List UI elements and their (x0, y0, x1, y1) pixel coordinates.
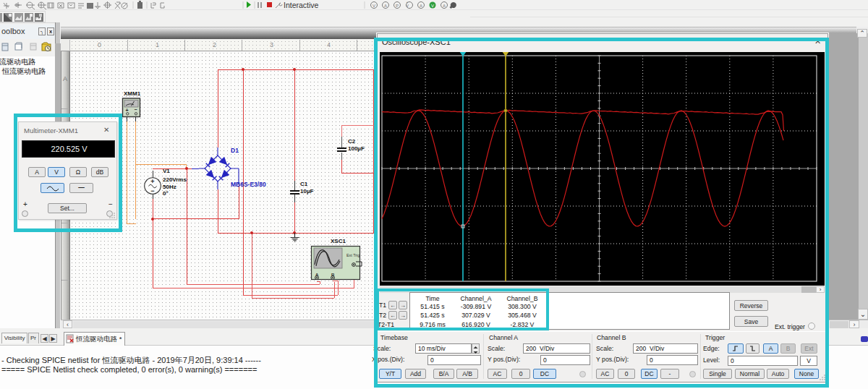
svg-text:A: A (420, 4, 422, 8)
svg-text:+: + (407, 0, 409, 4)
svg-text:V: V (431, 4, 434, 8)
svg-text:P: P (396, 4, 399, 8)
svg-text:V: V (373, 4, 375, 8)
svg-text:A: A (384, 4, 387, 8)
svg-text:−: − (150, 187, 154, 194)
svg-text:+: + (126, 108, 129, 113)
svg-text:+: + (150, 178, 154, 185)
svg-text:−: − (135, 107, 137, 112)
svg-text:Ext Trig: Ext Trig (346, 253, 359, 257)
svg-text:A: A (443, 4, 446, 8)
